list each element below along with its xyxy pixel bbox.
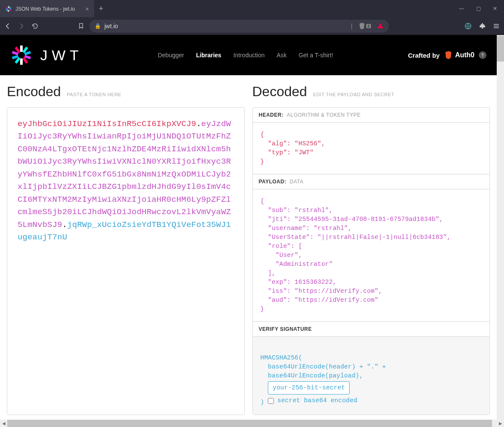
token-dot: .	[62, 220, 67, 230]
browser-tab-active[interactable]: JSON Web Tokens - jwt.io ×	[0, 0, 94, 17]
svg-rect-12	[20, 59, 23, 65]
browser-toolbar: 🔒 jwt.io | 2	[0, 17, 504, 35]
shield-count: 2	[366, 24, 371, 28]
secret-base64-checkbox[interactable]	[268, 398, 274, 404]
decoded-hint: EDIT THE PAYLOAD AND SECRET	[313, 92, 394, 100]
auth0-text: Auth0	[455, 51, 474, 59]
bookmark-icon[interactable]	[78, 23, 84, 29]
lock-icon: 🔒	[95, 23, 101, 29]
brave-rewards-icon[interactable]	[377, 22, 384, 30]
tab-title: JSON Web Tokens - jwt.io	[15, 6, 75, 12]
decoded-column: Decoded EDIT THE PAYLOAD AND SECRET HEAD…	[252, 84, 490, 415]
brave-shield-badge[interactable]: 2	[357, 21, 373, 31]
crafted-by-text: Crafted by	[408, 52, 439, 59]
auth0-logo[interactable]: Auth0	[444, 50, 474, 60]
close-tab-icon[interactable]: ×	[86, 6, 89, 12]
close-window-icon[interactable]: ✕	[493, 6, 497, 12]
forward-icon[interactable]	[18, 23, 25, 29]
hscroll-left-arrow[interactable]: ◀	[0, 421, 7, 426]
browser-tab-bar: JSON Web Tokens - jwt.io × + — ▢ ✕	[0, 0, 504, 17]
secret-input[interactable]: your-256-bit-secret	[268, 381, 350, 395]
auth0-shield-icon	[444, 50, 453, 60]
encoded-textarea[interactable]: eyJhbGciOiJIUzI1NiIsInR5cCI6IkpXVCJ9.eyJ…	[7, 107, 245, 415]
crafted-by: Crafted by Auth0 ?	[408, 50, 486, 60]
site-header: JWT Debugger Libraries Introduction Ask …	[0, 35, 497, 75]
header-json-editor[interactable]: { "alg": "HS256", "typ": "JWT" }	[253, 123, 490, 174]
token-dot: .	[196, 119, 202, 129]
url-text: jwt.io	[104, 23, 118, 29]
signature-editor[interactable]: HMACSHA256( base64UrlEncode(header) + ".…	[253, 337, 490, 415]
new-tab-button[interactable]: +	[94, 0, 108, 17]
header-section-label: HEADER: ALGORITHM & TOKEN TYPE	[253, 108, 490, 123]
extensions-icon[interactable]	[479, 22, 486, 29]
nav-introduction[interactable]: Introduction	[233, 52, 264, 59]
svg-rect-11	[20, 45, 23, 52]
jwt-star-icon	[10, 44, 33, 66]
svg-rect-1	[8, 10, 9, 12]
payload-section-label: PAYLOAD: DATA	[253, 174, 490, 189]
token-payload-segment: eyJzdWIiOiJyc3RyYWhsIiwianRpIjoiMjU1NDQ1…	[18, 119, 231, 230]
secret-base64-label: secret base64 encoded	[277, 396, 357, 405]
help-icon[interactable]: ?	[479, 51, 486, 59]
encoded-title: Encoded	[7, 84, 61, 100]
vertical-scrollbar[interactable]	[497, 35, 504, 420]
encoded-hint: PASTE A TOKEN HERE	[67, 92, 122, 100]
hscroll-right-arrow[interactable]: ▶	[497, 421, 504, 426]
svg-rect-0	[8, 6, 9, 8]
page-viewport: JWT Debugger Libraries Introduction Ask …	[0, 35, 497, 420]
nav-ask[interactable]: Ask	[277, 52, 287, 59]
translate-icon[interactable]	[464, 22, 472, 30]
separator: |	[351, 23, 353, 29]
decoded-title: Decoded	[252, 84, 307, 100]
maximize-icon[interactable]: ▢	[476, 6, 481, 12]
jwt-logo[interactable]: JWT	[10, 44, 83, 66]
menu-icon[interactable]	[493, 23, 500, 29]
encoded-column: Encoded PASTE A TOKEN HERE eyJhbGciOiJIU…	[7, 84, 245, 415]
token-header-segment: eyJhbGciOiJIUzI1NiIsInR5cCI6IkpXVCJ9	[18, 119, 196, 129]
vertical-scrollbar-thumb[interactable]	[497, 36, 504, 62]
horizontal-scrollbar[interactable]: ◀ ▶	[0, 420, 504, 427]
url-input[interactable]: 🔒 jwt.io | 2	[89, 20, 389, 32]
reload-icon[interactable]	[32, 23, 39, 29]
minimize-icon[interactable]: —	[459, 6, 464, 12]
nav-debugger[interactable]: Debugger	[158, 52, 184, 59]
signature-section-label: VERIFY SIGNATURE	[253, 321, 490, 337]
payload-json-editor[interactable]: { "sub": "rstrahl", "jti": "25544595-31a…	[253, 189, 490, 321]
main-nav: Debugger Libraries Introduction Ask Get …	[158, 52, 333, 59]
window-controls: — ▢ ✕	[459, 0, 504, 17]
nav-tshirt[interactable]: Get a T-shirt!	[299, 52, 333, 59]
jwt-favicon	[5, 6, 12, 12]
horizontal-scrollbar-thumb[interactable]	[7, 420, 492, 427]
back-icon[interactable]	[4, 23, 11, 29]
nav-libraries[interactable]: Libraries	[196, 52, 221, 59]
jwt-logo-text: JWT	[40, 47, 83, 64]
